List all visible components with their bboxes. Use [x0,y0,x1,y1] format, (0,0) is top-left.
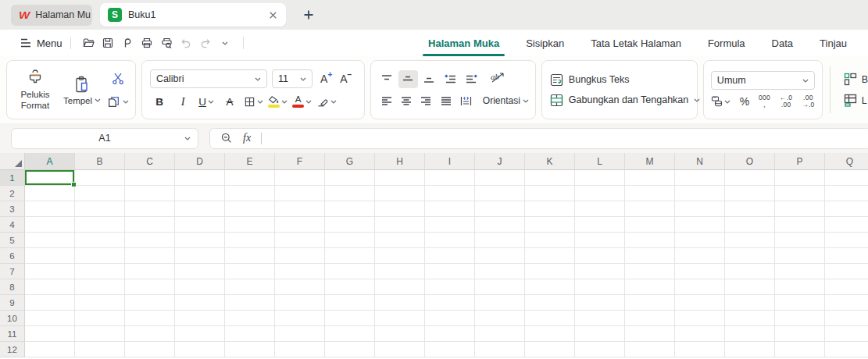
cell-H3[interactable] [375,201,425,217]
cell-B4[interactable] [75,217,125,233]
cell-B2[interactable] [75,186,125,201]
column-header-J[interactable]: J [475,153,525,170]
cell-Q12[interactable] [825,342,868,357]
align-right-button[interactable] [417,92,435,110]
more-commands-icon[interactable] [216,34,235,52]
cell-P10[interactable] [775,311,825,326]
cell-L2[interactable] [575,186,625,201]
cell-B6[interactable] [75,248,125,264]
cell-N3[interactable] [675,201,725,217]
cell-N8[interactable] [675,279,725,295]
italic-button[interactable]: I [173,93,192,110]
column-header-M[interactable]: M [625,153,675,170]
cell-L11[interactable] [575,326,625,342]
cell-M7[interactable] [625,264,675,279]
cell-I5[interactable] [425,233,475,248]
cell-M11[interactable] [625,326,675,342]
cell-J2[interactable] [475,186,525,201]
cell-F4[interactable] [275,217,325,233]
column-header-I[interactable]: I [425,153,475,170]
cell-H6[interactable] [375,248,425,264]
cell-E10[interactable] [225,311,275,326]
align-top-button[interactable] [377,70,397,88]
cell-Q6[interactable] [825,248,868,264]
cell-F3[interactable] [275,201,325,217]
cell-J5[interactable] [475,233,525,248]
cell-C4[interactable] [125,217,175,233]
cell-M10[interactable] [625,311,675,326]
ribbon-tab-sisipkan[interactable]: Sisipkan [513,30,577,56]
cell-D7[interactable] [175,264,225,279]
ribbon-tab-data[interactable]: Data [759,30,806,56]
cell-O8[interactable] [725,279,775,295]
cell-O2[interactable] [725,186,775,201]
cell-B8[interactable] [75,279,125,295]
number-format-select[interactable]: Umum [711,71,815,90]
cell-O3[interactable] [725,201,775,217]
cell-Q10[interactable] [825,311,868,326]
cell-G9[interactable] [325,295,375,311]
save-icon[interactable] [98,34,118,52]
cell-K6[interactable] [525,248,575,264]
cell-J12[interactable] [475,342,525,357]
cell-H9[interactable] [375,295,425,311]
cell-F5[interactable] [275,233,325,248]
align-bottom-button[interactable] [420,70,439,88]
underline-button[interactable]: U [197,93,216,110]
cell-B10[interactable] [75,311,125,326]
ribbon-tab-formula[interactable]: Formula [695,30,759,56]
cell-L12[interactable] [575,342,625,357]
cell-J6[interactable] [475,248,525,264]
cell-D10[interactable] [175,311,225,326]
increase-decimal-button[interactable]: .00→.0 [802,94,815,108]
align-left-button[interactable] [377,92,395,110]
cell-N2[interactable] [675,186,725,201]
rows-columns-button[interactable]: B [844,73,868,86]
ribbon-tab-halaman-muka[interactable]: Halaman Muka [415,30,513,56]
cell-K9[interactable] [525,295,575,311]
format-painter-button[interactable]: Pelukis Format [13,69,57,112]
cut-button[interactable] [111,72,125,88]
cell-P11[interactable] [775,326,825,342]
cell-I12[interactable] [425,342,475,357]
cell-A4[interactable] [25,217,75,233]
row-header-1[interactable]: 1 [0,170,25,186]
column-header-L[interactable]: L [575,153,625,170]
menu-button[interactable]: Menu [20,37,63,49]
align-center-button[interactable] [397,92,415,110]
cell-G1[interactable] [325,170,375,186]
cell-O10[interactable] [725,311,775,326]
row-header-6[interactable]: 6 [0,248,25,264]
cell-I4[interactable] [425,217,475,233]
cell-J10[interactable] [475,311,525,326]
row-header-9[interactable]: 9 [0,295,25,311]
cell-H7[interactable] [375,264,425,279]
cell-L9[interactable] [575,295,625,311]
cell-Q8[interactable] [825,279,868,295]
row-header-5[interactable]: 5 [0,233,25,248]
cell-L3[interactable] [575,201,625,217]
cell-E2[interactable] [225,186,275,201]
cell-C5[interactable] [125,233,175,248]
cell-P7[interactable] [775,264,825,279]
cell-B5[interactable] [75,233,125,248]
cell-J4[interactable] [475,217,525,233]
output-icon[interactable] [118,34,138,52]
cell-N9[interactable] [675,295,725,311]
cell-P3[interactable] [775,201,825,217]
cell-O9[interactable] [725,295,775,311]
cell-K1[interactable] [525,170,575,186]
home-tab[interactable]: W Halaman Mu [11,5,92,26]
cell-C10[interactable] [125,311,175,326]
cell-H5[interactable] [375,233,425,248]
clear-format-button[interactable] [316,93,337,110]
merge-center-button[interactable]: Gabungkan dan Tengahkan [550,94,700,107]
cell-Q4[interactable] [825,217,868,233]
cell-F9[interactable] [275,295,325,311]
column-header-O[interactable]: O [725,153,775,170]
thousands-separator-button[interactable]: 000, [759,94,770,108]
currency-button[interactable] [711,95,730,108]
cell-N10[interactable] [675,311,725,326]
column-header-N[interactable]: N [675,153,725,170]
cell-I9[interactable] [425,295,475,311]
